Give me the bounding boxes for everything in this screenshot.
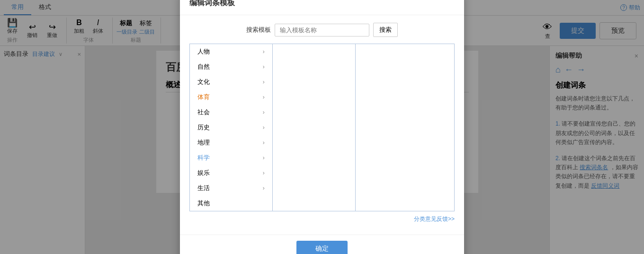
cat-label-qita: 其他: [197, 199, 210, 208]
cat-item-renwu[interactable]: 人物 ›: [190, 44, 272, 59]
cat-arrow-tiyu: ›: [263, 94, 265, 100]
cat-label-ziran: 自然: [197, 63, 210, 71]
cat-label-shehui: 社会: [197, 108, 210, 117]
cat-label-kexue: 科学: [197, 154, 210, 162]
modal-footer: 确定: [180, 235, 464, 254]
confirm-button[interactable]: 确定: [296, 241, 348, 254]
search-row: 搜索模板 搜索: [189, 23, 455, 37]
modal-dialog: 编辑词条模板 搜索模板 搜索 人物 › 自然 ›: [180, 0, 464, 254]
category-column-left: 人物 › 自然 › 文化 › 体育 ›: [190, 44, 273, 211]
category-column-right: [356, 44, 455, 211]
cat-item-wenhua[interactable]: 文化 ›: [190, 74, 272, 90]
modal-title: 编辑词条模板: [189, 0, 235, 8]
cat-arrow-yule: ›: [263, 170, 265, 176]
cat-item-lishi[interactable]: 历史 ›: [190, 120, 272, 135]
cat-label-dili: 地理: [197, 138, 210, 147]
cat-item-yule[interactable]: 娱乐 ›: [190, 165, 272, 181]
search-input[interactable]: [275, 24, 369, 36]
cat-item-dili[interactable]: 地理 ›: [190, 135, 272, 150]
feedback-row: 分类意见反馈>>: [189, 211, 455, 227]
cat-label-renwu: 人物: [197, 47, 210, 56]
category-grid: 人物 › 自然 › 文化 › 体育 ›: [189, 44, 455, 211]
feedback-link[interactable]: 分类意见反馈>>: [414, 216, 455, 222]
cat-arrow-lishi: ›: [263, 124, 265, 131]
cat-arrow-dili: ›: [263, 139, 265, 146]
cat-item-kexue[interactable]: 科学 ›: [190, 150, 272, 165]
cat-item-ziran[interactable]: 自然 ›: [190, 59, 272, 74]
modal-header: 编辑词条模板: [180, 0, 464, 15]
cat-label-lishi: 历史: [197, 123, 210, 132]
cat-item-shenghuo[interactable]: 生活 ›: [190, 181, 272, 196]
cat-item-qita[interactable]: 其他: [190, 196, 272, 211]
category-column-middle: [273, 44, 356, 211]
cat-arrow-shenghuo: ›: [263, 185, 265, 191]
modal-overlay: 编辑词条模板 搜索模板 搜索 人物 › 自然 ›: [0, 0, 644, 254]
cat-label-yule: 娱乐: [197, 169, 210, 177]
modal-body: 搜索模板 搜索 人物 › 自然 › 文化: [180, 15, 464, 235]
cat-arrow-shehui: ›: [263, 109, 265, 116]
search-label: 搜索模板: [246, 26, 271, 34]
cat-arrow-kexue: ›: [263, 154, 265, 161]
search-button[interactable]: 搜索: [373, 23, 398, 37]
cat-item-tiyu[interactable]: 体育 ›: [190, 90, 272, 105]
cat-label-tiyu: 体育: [197, 93, 210, 101]
cat-label-shenghuo: 生活: [197, 184, 210, 192]
cat-arrow-renwu: ›: [263, 48, 265, 55]
cat-label-wenhua: 文化: [197, 78, 210, 86]
cat-arrow-ziran: ›: [263, 64, 265, 70]
cat-arrow-wenhua: ›: [263, 79, 265, 85]
cat-item-shehui[interactable]: 社会 ›: [190, 105, 272, 120]
